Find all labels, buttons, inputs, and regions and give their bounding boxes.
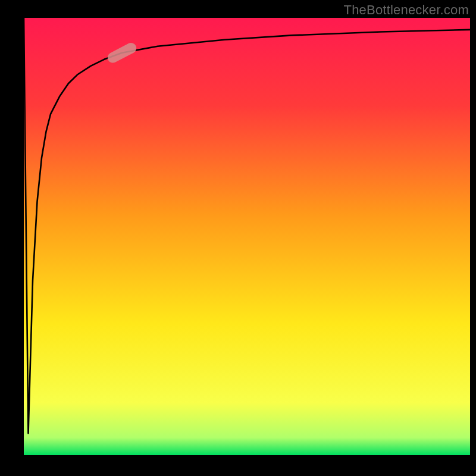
plot-area <box>24 18 470 455</box>
chart-frame: TheBottlenecker.com <box>0 0 476 476</box>
background-gradient <box>24 18 470 455</box>
watermark-text: TheBottlenecker.com <box>344 2 469 18</box>
svg-rect-0 <box>24 18 470 455</box>
